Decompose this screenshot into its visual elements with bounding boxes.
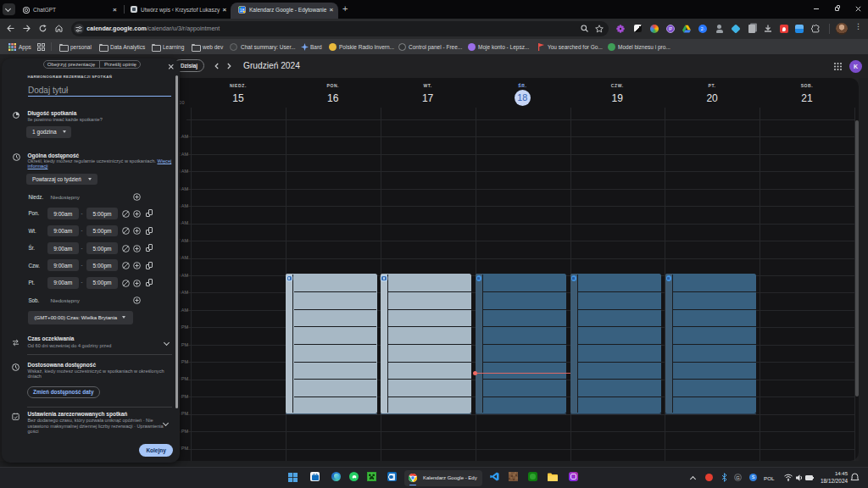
svg-text:18: 18 — [240, 8, 245, 13]
